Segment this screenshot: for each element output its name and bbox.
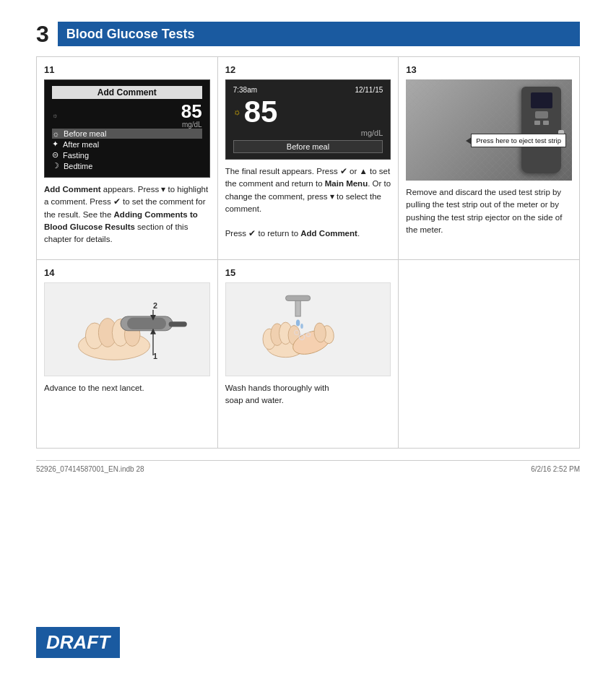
chapter-title: Blood Glucose Tests — [66, 27, 195, 42]
screen11-glucose: 85 — [181, 102, 202, 121]
cell-15-text: Wash hands thoroughly with soap and wate… — [225, 382, 391, 407]
meter-ok-btn — [535, 111, 548, 118]
cell-13: 13 — [399, 57, 579, 259]
screen11-before-meal: ☼Before meal — [52, 129, 202, 139]
chapter-header: 3 Blood Glucose Tests — [36, 22, 580, 46]
cell-12: 12 7:38am 12/11/15 ☼ 85 mg/dL Before mea… — [218, 57, 399, 259]
wash-svg — [243, 290, 373, 369]
meter-mini-screen — [531, 92, 552, 108]
meter-device — [521, 87, 561, 173]
svg-text:1: 1 — [153, 352, 157, 360]
meter-btn-row — [521, 121, 561, 125]
grid-top-row: 11 Add Comment ☼ 85 mg/dL ☼Before meal ✦… — [36, 56, 580, 260]
cell-11-number: 11 — [44, 64, 210, 75]
cell-14-number: 14 — [44, 267, 210, 278]
screen-12: 7:38am 12/11/15 ☼ 85 mg/dL Before meal — [225, 79, 391, 160]
footer: 52926_07414587001_EN.indb 28 6/2/16 2:52… — [36, 460, 580, 473]
chapter-title-bar: Blood Glucose Tests — [58, 22, 580, 46]
meter-btn-right — [543, 121, 549, 125]
callout-text: Press here to eject test strip — [476, 137, 561, 144]
meter-btn-left — [534, 121, 540, 125]
cell-14-text: Advance to the next lancet. — [44, 382, 210, 394]
svg-point-15 — [295, 320, 299, 326]
svg-point-17 — [300, 324, 303, 329]
screen12-time: 7:38am — [233, 86, 257, 94]
screen12-date: 12/11/15 — [355, 86, 383, 94]
screen11-unit: mg/dL — [52, 121, 202, 129]
draft-label: DRAFT — [36, 627, 120, 658]
cell-15: 15 — [218, 260, 399, 448]
screen11-after-meal: ✦After meal — [52, 139, 202, 150]
cell-13-img: Press here to eject test strip — [406, 79, 572, 181]
screen11-fasting: ⊝Fasting — [52, 150, 202, 160]
footer-left: 52926_07414587001_EN.indb 28 — [36, 465, 144, 473]
cell-12-number: 12 — [225, 64, 391, 75]
cell-14-illustration: 2 1 — [44, 282, 210, 376]
screen12-sun-icon: ☼ — [233, 107, 241, 117]
cell-15-illustration — [225, 282, 391, 376]
cell-11: 11 Add Comment ☼ 85 mg/dL ☼Before meal ✦… — [37, 57, 218, 259]
grid-bottom-row: 14 2 — [36, 260, 580, 449]
eject-callout: Press here to eject test strip — [471, 134, 566, 147]
screen12-meal: Before meal — [233, 140, 383, 153]
cell-15-number: 15 — [225, 267, 391, 278]
screen12-glucose: 85 — [244, 95, 278, 129]
svg-text:2: 2 — [153, 301, 157, 310]
cell-13-number: 13 — [406, 64, 572, 75]
screen11-icon: ☼ — [52, 112, 58, 119]
screen11-bedtime: ☽Bedtime — [52, 160, 202, 171]
cell-11-text: Add Comment appears. Press ▾ to highligh… — [44, 183, 210, 246]
svg-rect-8 — [168, 321, 186, 326]
add-comment-bar: Add Comment — [52, 86, 202, 99]
screen12-unit: mg/dL — [233, 129, 383, 137]
svg-rect-7 — [127, 318, 166, 329]
svg-rect-14 — [285, 295, 310, 300]
cell-13-text: Remove and discard the used test strip b… — [406, 186, 572, 236]
screen12-time-row: 7:38am 12/11/15 — [233, 86, 383, 94]
footer-right: 6/2/16 2:52 PM — [531, 465, 580, 473]
callout-arrow — [466, 137, 472, 144]
page-container: 3 Blood Glucose Tests 11 Add Comment ☼ 8… — [0, 0, 616, 684]
lancet-svg: 2 1 — [62, 290, 192, 369]
cell-14: 14 2 — [37, 260, 218, 448]
screen-11: Add Comment ☼ 85 mg/dL ☼Before meal ✦Aft… — [44, 79, 210, 178]
chapter-number: 3 — [36, 22, 49, 46]
cell-12-text: The final result appears. Press ✔ or ▲ t… — [225, 165, 391, 241]
